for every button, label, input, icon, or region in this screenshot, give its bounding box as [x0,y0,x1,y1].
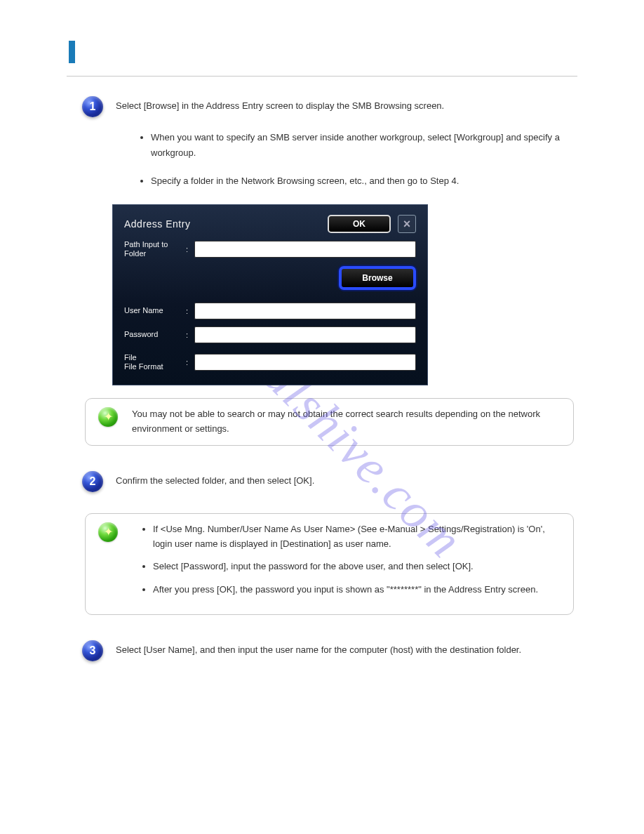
step-3-text: Select [User Name], and then input the u… [116,640,521,661]
colon: : [186,331,189,339]
step-2-text: Confirm the selected folder, and then se… [116,471,314,492]
file-format-input[interactable] [194,354,416,371]
list-item: Select [Password], input the password fo… [153,560,561,574]
close-button[interactable]: × [398,215,416,233]
step-1-bullets: When you want to specify an SMB server i… [151,130,563,189]
step-number-2: 2 [82,471,103,492]
step-1: 1 Select [Browse] in the Address Entry s… [82,96,577,117]
note-2-list: If <Use Mng. Number/User Name As User Na… [153,522,561,597]
path-label: Path Input to Folder [124,240,180,258]
list-item: After you press [OK], the password you i… [153,583,561,597]
ok-button[interactable]: OK [328,215,391,233]
hint-icon: ✦ [98,522,118,542]
step-1-text: Select [Browse] in the Address Entry scr… [116,96,444,117]
path-input[interactable] [194,241,416,258]
divider [67,76,577,77]
list-item: If <Use Mng. Number/User Name As User Na… [153,522,561,552]
step-3: 3 Select [User Name], and then input the… [82,640,577,661]
step-number-3: 3 [82,640,103,661]
browse-button[interactable]: Browse [339,266,416,290]
note-text: You may not be able to search or may not… [132,407,561,437]
step-2: 2 Confirm the selected folder, and then … [82,471,577,492]
note-box-1: ✦ You may not be able to search or may n… [85,398,574,446]
note-box-2: ✦ If <Use Mng. Number/User Name As User … [85,513,574,615]
hint-icon: ✦ [98,407,118,427]
list-item: Specify a folder in the Network Browsing… [151,173,563,189]
dialog-title: Address Entry [124,218,190,230]
accent-bar [69,41,75,63]
colon: : [186,307,189,315]
colon: : [186,358,189,366]
username-label: User Name [124,306,180,315]
username-input[interactable] [194,303,416,319]
password-input[interactable] [194,326,416,343]
colon: : [186,245,189,253]
file-label: File File Format [124,353,180,371]
address-entry-dialog: Address Entry OK × Path Input to Folder … [112,204,428,385]
list-item: When you want to specify an SMB server i… [151,130,563,161]
password-label: Password [124,330,180,339]
step-number-1: 1 [82,96,103,117]
